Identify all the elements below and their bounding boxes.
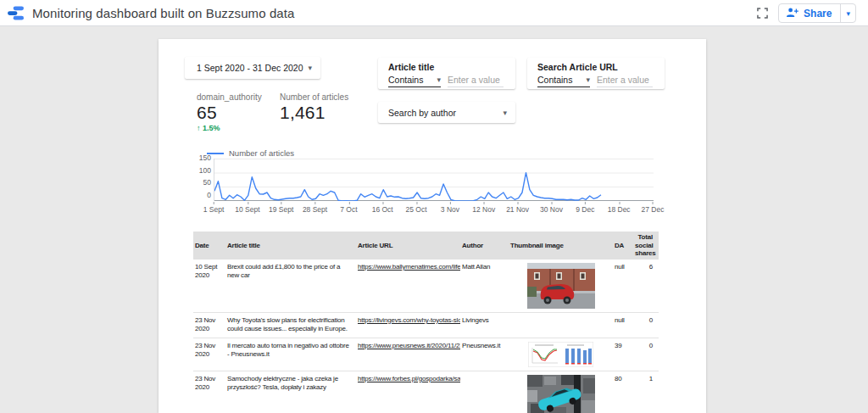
share-button[interactable]: Share xyxy=(779,4,840,22)
row-url: https://livingevs.com/why-toyotas-slow- xyxy=(356,313,460,328)
operator-value: Contains xyxy=(388,75,423,85)
y-axis-tick-label: 0 xyxy=(207,192,211,199)
column-header-title[interactable]: Article title xyxy=(225,240,356,252)
search-by-author-dropdown[interactable]: Search by author ▾ xyxy=(378,102,515,123)
scorecard-domain-authority: domain_authority 65 ↑ 1.5% xyxy=(197,92,262,132)
row-da: 80 xyxy=(613,371,633,387)
x-axis-tick-label: 25 Oct xyxy=(406,205,427,214)
article-url-filter-input[interactable] xyxy=(597,75,653,87)
table-body: 10 Sept 2020 Brexit could add £1,800 to … xyxy=(193,260,659,413)
x-axis-tick-label: 1 Sept xyxy=(203,205,225,214)
article-title-operator-select[interactable]: Contains ▾ xyxy=(388,75,441,87)
topbar-actions: Share ▾ xyxy=(757,0,856,26)
operator-value: Contains xyxy=(537,75,572,85)
chevron-down-icon: ▾ xyxy=(437,75,441,84)
row-date: 23 Nov 2020 xyxy=(193,313,225,338)
scorecard-label: domain_authority xyxy=(197,92,262,102)
date-range-value: 1 Sept 2020 - 31 Dec 2020 xyxy=(197,63,308,73)
top-bar: Monitoring dashboard built on Buzzsumo d… xyxy=(0,0,868,26)
chevron-down-icon: ▾ xyxy=(503,109,507,117)
scorecard-number-of-articles: Number of articles 1,461 xyxy=(280,92,348,123)
article-url-link[interactable]: https://www.ballymenatimes.com/lifestyl xyxy=(358,263,460,271)
row-url: https://www.forbes.pl/gospodarka/samoc xyxy=(356,371,460,387)
article-title-filter-label: Article title xyxy=(388,62,507,72)
article-url-filter-label: Search Article URL xyxy=(537,62,656,72)
row-title: Samochody elektryczne - jaka czeka je pr… xyxy=(225,371,356,396)
article-url-link[interactable]: https://livingevs.com/why-toyotas-slow- xyxy=(358,316,460,324)
person-add-icon xyxy=(786,6,798,21)
row-thumbnail xyxy=(509,260,613,312)
row-author: Livingevs xyxy=(460,313,509,328)
row-date: 23 Nov 2020 xyxy=(193,338,225,363)
article-thumbnail-image xyxy=(527,375,595,413)
time-series-chart[interactable] xyxy=(214,159,653,201)
column-header-thumbnail[interactable]: Thumbnail image xyxy=(509,240,613,252)
column-header-da[interactable]: DA xyxy=(613,240,633,252)
x-axis-tick-label: 7 Oct xyxy=(340,205,357,214)
row-thumbnail xyxy=(509,338,613,371)
articles-table: Date Article title Article URL Author Th… xyxy=(193,232,659,413)
x-axis-tick-label: 18 Dec xyxy=(608,205,631,214)
chart-y-axis: 150100500 xyxy=(184,154,211,198)
article-title-filter-input[interactable] xyxy=(448,75,504,87)
x-axis-tick-label: 12 Nov xyxy=(472,205,495,214)
article-url-operator-select[interactable]: Contains ▾ xyxy=(537,75,590,87)
share-dropdown-button[interactable]: ▾ xyxy=(840,4,855,22)
search-by-author-label: Search by author xyxy=(388,108,503,118)
column-header-author[interactable]: Author xyxy=(460,240,509,252)
row-shares: 1 xyxy=(633,371,659,387)
x-axis-tick-label: 28 Sept xyxy=(303,205,327,214)
article-url-filter: Search Article URL Contains ▾ xyxy=(527,58,665,89)
row-url: https://www.pneusnews.it/2020/11/23/il- xyxy=(356,338,460,354)
scorecard-label: Number of articles xyxy=(280,92,348,102)
row-shares: 6 xyxy=(633,260,659,275)
chart-x-axis: 1 Sept10 Sept19 Sept28 Sept7 Oct16 Oct25… xyxy=(214,204,653,214)
row-title: Il mercato auto torna in negativo ad ott… xyxy=(225,338,356,363)
row-thumbnail xyxy=(509,313,613,320)
row-author xyxy=(460,371,509,378)
table-row: 23 Nov 2020 Samochody elektryczne - jaka… xyxy=(193,371,659,413)
scorecard-delta-value: 1.5% xyxy=(203,124,220,132)
y-axis-tick-label: 50 xyxy=(203,179,211,187)
y-axis-tick-label: 100 xyxy=(199,167,211,175)
row-shares: 0 xyxy=(633,313,659,328)
date-range-picker[interactable]: 1 Sept 2020 - 31 Dec 2020 ▾ xyxy=(185,57,320,79)
chevron-down-icon: ▾ xyxy=(308,64,312,72)
article-url-link[interactable]: https://www.forbes.pl/gospodarka/samoc xyxy=(358,375,460,382)
column-header-date[interactable]: Date xyxy=(193,240,225,252)
table-row: 23 Nov 2020 Il mercato auto torna in neg… xyxy=(193,338,659,371)
datastudio-logo-icon xyxy=(8,5,24,21)
arrow-up-icon: ↑ xyxy=(197,124,201,132)
chart-legend: Number of articles xyxy=(207,148,294,158)
row-url: https://www.ballymenatimes.com/lifestyl xyxy=(356,260,460,275)
x-axis-tick-label: 30 Nov xyxy=(540,205,563,214)
column-header-shares[interactable]: Total social shares xyxy=(633,232,659,260)
row-shares: 0 xyxy=(633,338,659,354)
article-thumbnail-image xyxy=(527,263,595,309)
x-axis-tick-label: 3 Nov xyxy=(441,205,459,214)
dashboard-canvas: 1 Sept 2020 - 31 Dec 2020 ▾ Article titl… xyxy=(159,39,706,413)
fullscreen-icon[interactable] xyxy=(757,8,768,19)
row-da: 39 xyxy=(613,338,633,354)
row-thumbnail xyxy=(509,371,613,413)
table-row: 23 Nov 2020 Why Toyota's slow plans for … xyxy=(193,312,659,338)
column-header-url[interactable]: Article URL xyxy=(356,240,460,252)
x-axis-tick-label: 9 Dec xyxy=(576,205,594,214)
article-thumbnail-image xyxy=(528,342,593,367)
table-row: 10 Sept 2020 Brexit could add £1,800 to … xyxy=(193,260,659,312)
row-da: null xyxy=(613,313,633,328)
x-axis-tick-label: 16 Oct xyxy=(372,205,393,214)
x-axis-tick-label: 10 Sept xyxy=(235,205,259,214)
table-header-row: Date Article title Article URL Author Th… xyxy=(193,232,659,260)
article-url-link[interactable]: https://www.pneusnews.it/2020/11/23/il- xyxy=(358,342,460,349)
row-title: Why Toyota's slow plans for electrificat… xyxy=(225,313,356,338)
row-author: Pneusnews.it xyxy=(460,338,509,354)
article-title-filter: Article title Contains ▾ xyxy=(378,58,515,89)
legend-label: Number of articles xyxy=(229,148,294,158)
share-button-group: Share ▾ xyxy=(778,3,856,23)
chart-svg xyxy=(214,159,654,201)
row-author: Matt Allan xyxy=(460,260,509,275)
scorecard-value: 1,461 xyxy=(280,103,348,123)
share-button-label: Share xyxy=(804,8,832,20)
row-date: 23 Nov 2020 xyxy=(193,371,225,396)
